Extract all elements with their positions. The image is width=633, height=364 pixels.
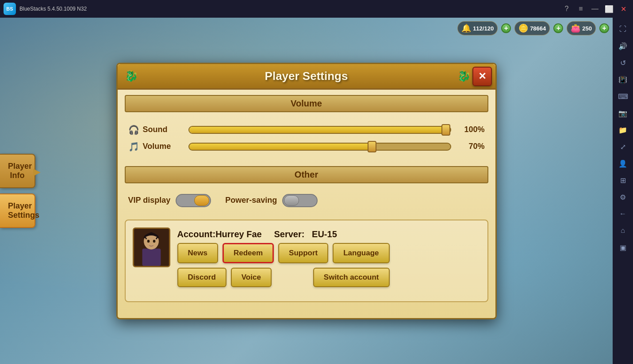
sidebar-keyboard-icon[interactable]: ⌨ bbox=[615, 88, 631, 104]
help-icon[interactable]: ? bbox=[560, 3, 573, 15]
news-button[interactable]: News bbox=[177, 243, 218, 263]
support-button[interactable]: Support bbox=[278, 243, 328, 263]
close-icon[interactable]: ✕ bbox=[617, 3, 629, 15]
sound-slider-track bbox=[188, 126, 451, 134]
sidebar-back-icon[interactable]: ← bbox=[615, 206, 631, 222]
sound-slider-thumb[interactable] bbox=[441, 124, 450, 136]
left-navigation: Player Info ▶ Player Settings bbox=[0, 154, 35, 228]
sidebar-folder-icon[interactable]: 📁 bbox=[615, 122, 631, 138]
gems-plus-button[interactable]: + bbox=[599, 23, 609, 33]
sound-icon: 🎧 bbox=[128, 125, 139, 135]
svg-point-5 bbox=[153, 239, 155, 243]
stamina-value: 112/120 bbox=[473, 25, 494, 32]
other-section: VIP display Power-saving bbox=[118, 187, 495, 214]
power-saving-toggle-item: Power-saving bbox=[225, 194, 318, 207]
player-settings-dialog: 🐉 Player Settings 🐉 ✕ Volume 🎧 Sound bbox=[116, 63, 497, 319]
window-controls: ? ≡ — ⬜ ✕ bbox=[560, 3, 629, 15]
stamina-icon: 🔔 bbox=[461, 23, 471, 33]
dialog-title: Player Settings bbox=[265, 69, 348, 83]
titlebar: BS BlueStacks 5.4.50.1009 N32 ? ≡ — ⬜ ✕ bbox=[0, 0, 633, 18]
sound-label: 🎧 Sound bbox=[128, 125, 181, 135]
sidebar-layers-icon[interactable]: ⊞ bbox=[615, 172, 631, 188]
bluestacks-logo: BS bbox=[4, 3, 16, 15]
sidebar-home-icon[interactable]: ⌂ bbox=[615, 223, 631, 239]
power-saving-label: Power-saving bbox=[225, 196, 277, 205]
sidebar-fullscreen-icon[interactable]: ⛶ bbox=[615, 21, 631, 37]
sidebar-rotate-icon[interactable]: ↺ bbox=[615, 55, 631, 71]
sidebar-volume-icon[interactable]: 🔊 bbox=[615, 38, 631, 54]
right-sidebar: ⛶ 🔊 ↺ 📳 ⌨ 📷 📁 ⤢ 👤 ⊞ ⚙ ← ⌂ ▣ bbox=[613, 18, 633, 364]
vip-display-toggle[interactable] bbox=[176, 194, 211, 207]
gems-value: 250 bbox=[582, 25, 592, 32]
sound-row: 🎧 Sound 100% bbox=[128, 124, 485, 136]
app-title: BlueStacks 5.4.50.1009 N32 bbox=[19, 6, 87, 12]
menu-icon[interactable]: ≡ bbox=[575, 3, 587, 15]
coins-hud: 🪙 78664 bbox=[514, 21, 550, 35]
sound-slider-fill bbox=[189, 127, 450, 133]
sidebar-account-icon[interactable]: 👤 bbox=[615, 155, 631, 171]
coins-plus-button[interactable]: + bbox=[553, 23, 563, 33]
player-info-tab[interactable]: Player Info ▶ bbox=[0, 154, 35, 188]
volume-icon: 🎵 bbox=[128, 141, 139, 152]
sidebar-screenshot-icon[interactable]: 📷 bbox=[615, 105, 631, 121]
account-avatar bbox=[133, 228, 170, 267]
dialog-titlebar: 🐉 Player Settings 🐉 ✕ bbox=[118, 64, 495, 90]
toggle-row: VIP display Power-saving bbox=[128, 194, 485, 207]
volume-label: 🎵 Volume bbox=[128, 141, 181, 152]
vip-display-toggle-item: VIP display bbox=[128, 194, 211, 207]
vip-display-label: VIP display bbox=[128, 196, 171, 205]
power-saving-toggle[interactable] bbox=[282, 194, 318, 207]
vip-display-toggle-thumb bbox=[194, 195, 209, 206]
volume-section: 🎧 Sound 100% 🎵 Volume bbox=[118, 116, 495, 161]
other-section-header: Other bbox=[125, 166, 488, 183]
sidebar-settings-icon[interactable]: ⚙ bbox=[615, 189, 631, 205]
maximize-icon[interactable]: ⬜ bbox=[603, 3, 615, 15]
stamina-hud: 🔔 112/120 bbox=[457, 21, 498, 35]
account-text: Account:Hurrey Fae Server: EU-15 News Re… bbox=[177, 228, 390, 287]
volume-slider-container[interactable] bbox=[188, 140, 451, 153]
voice-button[interactable]: Voice bbox=[231, 268, 272, 287]
svg-rect-2 bbox=[142, 248, 161, 265]
volume-percent: 70% bbox=[458, 142, 485, 151]
player-settings-tab[interactable]: Player Settings bbox=[0, 193, 35, 228]
sound-percent: 100% bbox=[458, 125, 485, 134]
discord-button[interactable]: Discord bbox=[177, 268, 226, 287]
title-decoration-right: 🐉 bbox=[457, 70, 471, 82]
sidebar-recents-icon[interactable]: ▣ bbox=[615, 239, 631, 255]
volume-slider-track bbox=[188, 143, 451, 151]
account-info: Account:Hurrey Fae Server: EU-15 News Re… bbox=[133, 228, 480, 287]
volume-section-header: Volume bbox=[125, 95, 488, 112]
account-buttons-first-row: News Redeem Support Language bbox=[177, 243, 390, 263]
gems-hud: 👛 250 bbox=[567, 21, 596, 35]
coins-value: 78664 bbox=[530, 25, 546, 32]
volume-slider-fill bbox=[189, 144, 372, 150]
sidebar-shake-icon[interactable]: 📳 bbox=[615, 72, 631, 87]
tab-arrow-icon: ▶ bbox=[32, 167, 41, 175]
stamina-plus-button[interactable]: + bbox=[501, 23, 511, 33]
volume-row: 🎵 Volume 70% bbox=[128, 140, 485, 153]
coins-icon: 🪙 bbox=[518, 23, 528, 33]
switch-account-button[interactable]: Switch account bbox=[313, 268, 390, 287]
power-saving-toggle-thumb bbox=[284, 195, 299, 206]
gems-icon: 👛 bbox=[571, 23, 580, 33]
game-background: 🔔 112/120 + 🪙 78664 + 👛 250 + Player Inf… bbox=[0, 18, 613, 364]
dialog-close-button[interactable]: ✕ bbox=[472, 67, 492, 86]
account-section: Account:Hurrey Fae Server: EU-15 News Re… bbox=[125, 220, 488, 302]
title-decoration-left: 🐉 bbox=[125, 70, 138, 82]
account-buttons-second-row: Discord Voice Switch account bbox=[177, 268, 390, 287]
sound-slider-container[interactable] bbox=[188, 124, 451, 136]
volume-slider-thumb[interactable] bbox=[368, 141, 376, 152]
redeem-button[interactable]: Redeem bbox=[223, 243, 274, 263]
account-name-text: Account:Hurrey Fae Server: EU-15 bbox=[177, 229, 390, 239]
top-hud: 🔔 112/120 + 🪙 78664 + 👛 250 + bbox=[457, 21, 609, 35]
svg-point-4 bbox=[147, 239, 150, 243]
sidebar-resize-icon[interactable]: ⤢ bbox=[615, 139, 631, 155]
minimize-icon[interactable]: — bbox=[589, 3, 601, 15]
language-button[interactable]: Language bbox=[333, 243, 389, 263]
